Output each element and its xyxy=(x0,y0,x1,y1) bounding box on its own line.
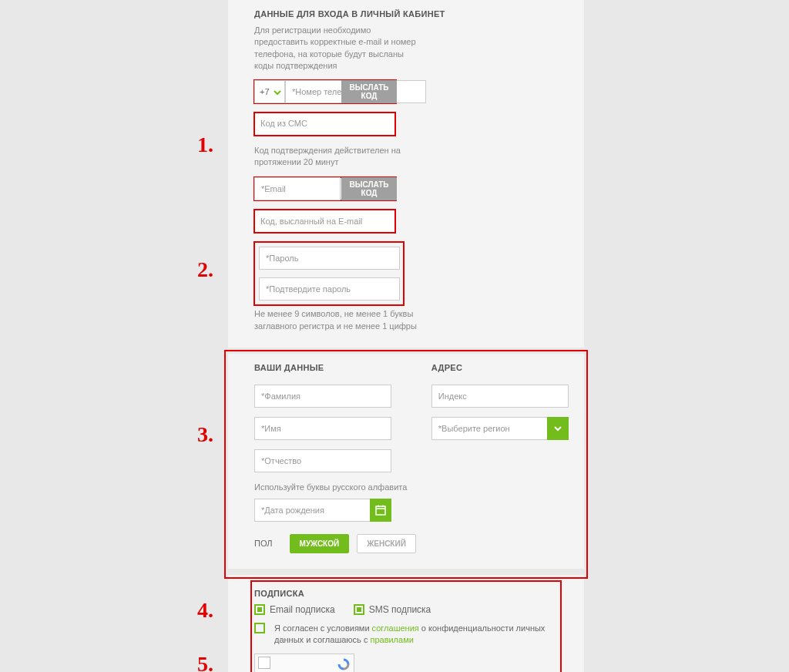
chevron-down-icon xyxy=(272,87,283,98)
svg-rect-0 xyxy=(376,506,385,515)
gender-male-button[interactable]: МУЖСКОЙ xyxy=(290,534,350,553)
password-confirm-input[interactable] xyxy=(259,277,400,301)
password-input[interactable] xyxy=(259,247,400,270)
phone-row: +7 ВЫСЛАТЬ КОД xyxy=(254,80,396,103)
gender-female-button[interactable]: ЖЕНСКИЙ xyxy=(357,534,416,553)
postal-index-input[interactable] xyxy=(431,385,569,408)
region-select[interactable]: *Выберите регион xyxy=(431,417,569,440)
section-title-subscription: ПОДПИСКА xyxy=(254,589,553,598)
login-description: Для регистрации необходимо предоставить … xyxy=(254,25,424,72)
callout-5: 5. xyxy=(197,652,213,672)
password-block xyxy=(254,242,404,305)
recaptcha-widget[interactable]: reCAPTC Конфиденциальность - Условия xyxy=(254,654,354,672)
callout-4: 4. xyxy=(197,598,213,623)
email-subscribe-label: Email подписка xyxy=(270,604,335,615)
callout-3: 3. xyxy=(197,422,213,447)
sms-code-hint: Код подтверждения действителен на протяж… xyxy=(254,145,408,169)
firstname-input[interactable] xyxy=(254,417,391,440)
alphabet-hint: Используйте буквы русского алфавита xyxy=(254,482,408,493)
gender-label: ПОЛ xyxy=(254,539,273,548)
middlename-input[interactable] xyxy=(254,449,391,472)
rules-link[interactable]: правилами xyxy=(370,635,413,644)
country-code-select[interactable]: +7 xyxy=(254,80,285,103)
callout-1: 1. xyxy=(197,133,213,157)
send-email-code-button[interactable]: ВЫСЛАТЬ КОД xyxy=(341,177,397,200)
agree-text: Я согласен с условиями соглашения о конф… xyxy=(274,623,553,647)
sms-subscribe-checkbox[interactable] xyxy=(354,604,364,615)
section-title-address: АДРЕС xyxy=(431,363,569,372)
email-subscribe-checkbox[interactable] xyxy=(254,604,265,615)
callout-2: 2. xyxy=(197,257,213,282)
section-title-personal: ВАШИ ДАННЫЕ xyxy=(254,363,416,372)
lastname-input[interactable] xyxy=(254,385,391,408)
recaptcha-icon xyxy=(337,657,351,671)
section-title-login: ДАННЫЕ ДЛЯ ВХОДА В ЛИЧНЫЙ КАБИНЕТ xyxy=(254,9,558,18)
email-code-input[interactable] xyxy=(254,210,395,233)
section-subscription: ПОДПИСКА Email подписка SMS подписка Я с… xyxy=(228,575,584,672)
agree-checkbox[interactable] xyxy=(254,623,265,633)
password-hint: Не менее 9 символов, не менее 1 буквы за… xyxy=(254,308,424,332)
section-login-data: ДАННЫЕ ДЛЯ ВХОДА В ЛИЧНЫЙ КАБИНЕТ Для ре… xyxy=(228,0,584,354)
sms-subscribe-label: SMS подписка xyxy=(369,604,431,615)
chevron-down-icon xyxy=(547,417,569,440)
region-placeholder: *Выберите регион xyxy=(438,424,510,433)
calendar-icon[interactable] xyxy=(370,499,391,522)
section-personal: ВАШИ ДАННЫЕ Используйте буквы русского а… xyxy=(228,354,584,574)
email-input[interactable] xyxy=(254,177,341,200)
send-sms-code-button[interactable]: ВЫСЛАТЬ КОД xyxy=(341,80,397,103)
country-code-value: +7 xyxy=(260,87,270,96)
agreement-link[interactable]: соглашения xyxy=(372,623,419,633)
recaptcha-checkbox[interactable] xyxy=(258,657,270,669)
sms-code-input[interactable] xyxy=(254,113,395,136)
